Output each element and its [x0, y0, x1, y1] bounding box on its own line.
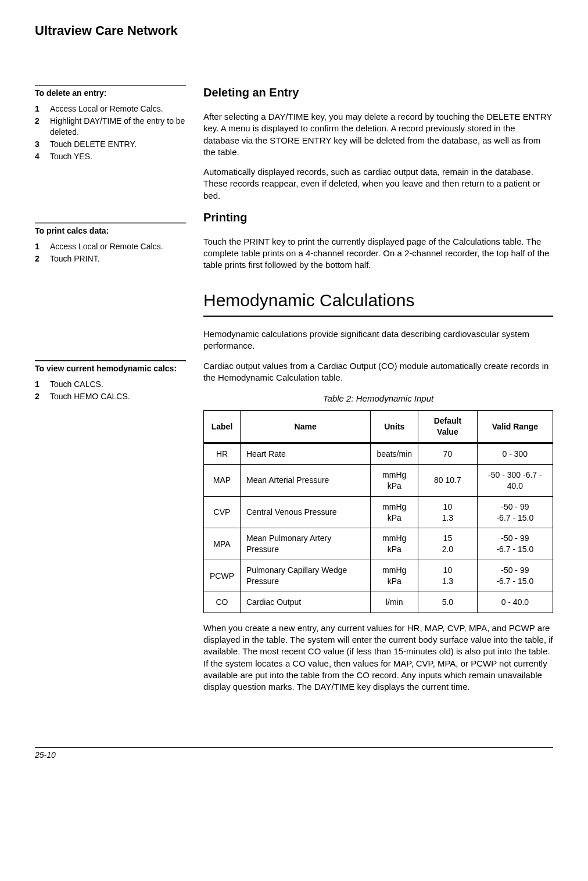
table-cell: -50 - 99 -6.7 - 15.0 [477, 528, 553, 560]
table-row: CVPCentral Venous PressuremmHg kPa10 1.3… [204, 496, 553, 528]
list-item: 1Touch CALCS. [35, 379, 186, 390]
table-cell: -50 - 99 -6.7 - 15.0 [477, 560, 553, 592]
table-cell: 10 1.3 [418, 496, 478, 528]
list-number: 1 [35, 379, 43, 390]
table-cell: mmHg kPa [371, 496, 418, 528]
body-text: Cardiac output values from a Cardiac Out… [203, 360, 553, 384]
table-cell: MPA [204, 528, 241, 560]
table-cell: 70 [418, 443, 478, 465]
list-text: Access Local or Remote Calcs. [50, 241, 163, 252]
list-number: 2 [35, 116, 43, 138]
table-header: Name [241, 411, 371, 443]
divider [203, 316, 553, 317]
table-cell: CO [204, 592, 241, 613]
list-item: 2Highlight DAY/TIME of the entry to be d… [35, 116, 186, 138]
table-cell: -50 - 99 -6.7 - 15.0 [477, 496, 553, 528]
hemodynamic-input-table: Label Name Units Default Value Valid Ran… [203, 410, 553, 613]
table-cell: mmHg kPa [371, 528, 418, 560]
sidebar-heading: To print calcs data: [35, 226, 186, 235]
table-cell: Central Venous Pressure [241, 496, 371, 528]
table-header: Label [204, 411, 241, 443]
section-heading-deleting: Deleting an Entry [203, 85, 553, 101]
table-cell: Mean Pulmonary Artery Pressure [241, 528, 371, 560]
list-text: Highlight DAY/TIME of the entry to be de… [50, 116, 186, 138]
list-number: 4 [35, 151, 43, 162]
list-item: 2Touch HEMO CALCS. [35, 391, 186, 402]
table-row: MAPMean Arterial PressuremmHg kPa80 10.7… [204, 464, 553, 496]
sidebar-list-hemo: 1Touch CALCS. 2Touch HEMO CALCS. [35, 379, 186, 402]
list-text: Touch CALCS. [50, 379, 103, 390]
section-heading-printing: Printing [203, 210, 553, 225]
table-header: Valid Range [477, 411, 553, 443]
divider [35, 223, 186, 224]
body-text: After selecting a DAY/TIME key, you may … [203, 111, 553, 158]
list-item: 1Access Local or Remote Calcs. [35, 103, 186, 114]
table-cell: HR [204, 443, 241, 465]
list-number: 3 [35, 139, 43, 150]
table-cell: CVP [204, 496, 241, 528]
body-text: Automatically displayed records, such as… [203, 166, 553, 202]
sidebar: To delete an entry: 1Access Local or Rem… [35, 85, 186, 701]
list-text: Touch DELETE ENTRY. [50, 139, 137, 150]
table-header: Units [371, 411, 418, 443]
sidebar-heading: To delete an entry: [35, 88, 186, 98]
sidebar-list-print: 1Access Local or Remote Calcs. 2Touch PR… [35, 241, 186, 264]
table-header: Default Value [418, 411, 478, 443]
table-cell: 5.0 [418, 592, 478, 613]
body-text: Hemodynamic calculations provide signifi… [203, 328, 553, 352]
divider [35, 360, 186, 361]
table-cell: 10 1.3 [418, 560, 478, 592]
body-text: When you create a new entry, any current… [203, 622, 553, 693]
list-text: Touch PRINT. [50, 253, 100, 264]
sidebar-delete-block: To delete an entry: 1Access Local or Rem… [35, 85, 186, 162]
table-cell: mmHg kPa [371, 560, 418, 592]
list-item: 2Touch PRINT. [35, 253, 186, 264]
list-number: 1 [35, 103, 43, 114]
list-item: 1Access Local or Remote Calcs. [35, 241, 186, 252]
table-caption: Table 2: Hemodynamic Input [203, 393, 553, 404]
table-cell: l/min [371, 592, 418, 613]
sidebar-hemo-block: To view current hemodynamic calcs: 1Touc… [35, 360, 186, 402]
list-text: Touch YES. [50, 151, 92, 162]
table-cell: MAP [204, 464, 241, 496]
sidebar-list-delete: 1Access Local or Remote Calcs. 2Highligh… [35, 103, 186, 162]
list-number: 2 [35, 391, 43, 402]
page-number: 25-10 [35, 750, 56, 760]
list-item: 4Touch YES. [35, 151, 186, 162]
section-heading-hemo: Hemodynamic Calculations [203, 289, 553, 313]
list-number: 1 [35, 241, 43, 252]
body-text: Touch the PRINT key to print the current… [203, 236, 553, 271]
list-text: Touch HEMO CALCS. [50, 391, 130, 402]
table-row: COCardiac Outputl/min5.00 - 40.0 [204, 592, 553, 613]
table-cell: -50 - 300 -6.7 - 40.0 [477, 464, 553, 496]
table-cell: Cardiac Output [241, 592, 371, 613]
table-cell: Heart Rate [241, 443, 371, 465]
table-row: PCWPPulmonary Capillary Wedge Pressuremm… [204, 560, 553, 592]
table-cell: mmHg kPa [371, 464, 418, 496]
main-content: Deleting an Entry After selecting a DAY/… [203, 85, 553, 701]
table-header-row: Label Name Units Default Value Valid Ran… [204, 411, 553, 443]
table-cell: 15 2.0 [418, 528, 478, 560]
table-cell: Mean Arterial Pressure [241, 464, 371, 496]
table-cell: beats/min [371, 443, 418, 465]
table-cell: 0 - 300 [477, 443, 553, 465]
table-cell: PCWP [204, 560, 241, 592]
page-title: Ultraview Care Network [35, 23, 553, 38]
page-footer: 25-10 [35, 747, 553, 760]
table-row: HRHeart Ratebeats/min700 - 300 [204, 443, 553, 465]
list-number: 2 [35, 253, 43, 264]
list-text: Access Local or Remote Calcs. [50, 103, 163, 114]
table-row: MPAMean Pulmonary Artery PressuremmHg kP… [204, 528, 553, 560]
list-item: 3Touch DELETE ENTRY. [35, 139, 186, 150]
table-cell: 80 10.7 [418, 464, 478, 496]
table-cell: Pulmonary Capillary Wedge Pressure [241, 560, 371, 592]
table-cell: 0 - 40.0 [477, 592, 553, 613]
sidebar-heading: To view current hemodynamic calcs: [35, 364, 186, 373]
sidebar-print-block: To print calcs data: 1Access Local or Re… [35, 223, 186, 264]
divider [35, 85, 186, 86]
